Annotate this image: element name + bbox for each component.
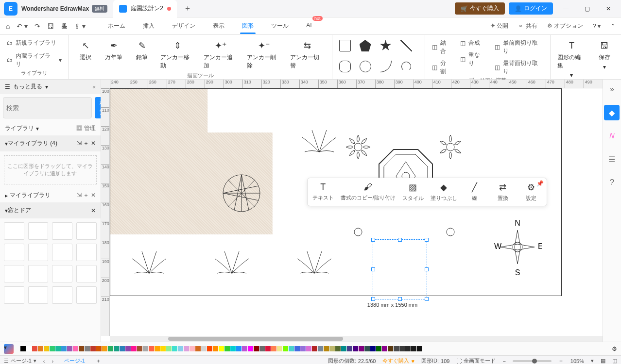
color-swatch[interactable] (73, 346, 78, 351)
color-swatch[interactable] (102, 346, 107, 351)
fit-icon[interactable]: ▾ (591, 358, 594, 364)
shape-item[interactable] (76, 244, 97, 261)
palm-shape[interactable] (295, 249, 334, 283)
buy-now-link[interactable]: 今すぐ購入 ♥ (382, 357, 414, 364)
collapse-ribbon-icon[interactable]: ⌃ (610, 23, 615, 30)
resize-handle[interactable] (425, 297, 429, 301)
save-button[interactable]: 🖫保存▾ (593, 38, 616, 72)
color-swatch[interactable] (353, 346, 358, 351)
next-page-icon[interactable]: › (52, 358, 53, 364)
tab-home[interactable]: ホーム (106, 19, 127, 33)
save-icon[interactable]: 🖫 (47, 22, 54, 30)
color-swatch[interactable] (405, 346, 411, 351)
tab-view[interactable]: 表示 (211, 19, 226, 33)
color-swatch[interactable] (370, 346, 376, 351)
color-swatch[interactable] (335, 346, 341, 351)
shape-item[interactable] (28, 265, 49, 282)
zoom-level[interactable]: 105% (570, 358, 584, 364)
prev-page-icon[interactable]: ‹ (43, 358, 45, 364)
color-swatch[interactable] (79, 346, 84, 351)
add-tab-button[interactable]: ＋ (181, 2, 194, 16)
layout-icon-2[interactable]: ◫ (612, 358, 617, 364)
color-swatch[interactable] (201, 346, 207, 351)
color-swatch[interactable] (26, 346, 32, 351)
color-swatch[interactable] (236, 346, 242, 351)
shape-edit-button[interactable]: T図形の編集▾ (555, 38, 588, 81)
search-button[interactable]: 検索 (95, 97, 101, 118)
flower-shape[interactable] (436, 217, 465, 247)
color-swatch[interactable] (300, 346, 306, 351)
pin-icon[interactable]: 📌 (536, 180, 544, 187)
color-swatch[interactable] (61, 346, 67, 351)
color-swatch[interactable] (155, 346, 160, 351)
ft-style-button[interactable]: ▨スタイル (402, 182, 424, 202)
color-swatch[interactable] (259, 346, 265, 351)
color-swatch[interactable] (184, 346, 189, 351)
mylib-row[interactable]: ▸ マイライブラリ⇲ ＋ ✕ (0, 188, 101, 202)
overlap-button[interactable]: ◫ 重なり (458, 50, 488, 68)
redo-icon[interactable]: ↷ (34, 22, 40, 30)
export-icon[interactable]: ⇪ ▾ (74, 22, 86, 30)
color-swatch[interactable] (90, 346, 96, 351)
collapse-rpanel-icon[interactable]: » (604, 82, 620, 97)
color-swatch[interactable] (55, 346, 61, 351)
print-icon[interactable]: 🖶 (61, 22, 68, 30)
ft-line-button[interactable]: ╱線 (464, 182, 485, 202)
rect-tool-icon[interactable] (339, 40, 351, 51)
color-swatch[interactable] (114, 346, 119, 351)
color-swatch[interactable] (359, 346, 364, 351)
resize-handle[interactable] (371, 267, 375, 271)
palm-shape[interactable] (212, 249, 251, 283)
roundrect-tool-icon[interactable] (339, 61, 351, 72)
color-swatch[interactable] (178, 346, 183, 351)
ft-fill-button[interactable]: ◆塗りつぶし (431, 182, 457, 202)
help-icon[interactable]: ? ▾ (593, 23, 601, 30)
color-swatch[interactable] (341, 346, 346, 351)
palette-settings-icon[interactable]: ⚙ (612, 346, 617, 352)
color-swatch[interactable] (38, 346, 43, 351)
color-swatch[interactable] (219, 346, 224, 351)
login-button[interactable]: 👤 ログイン (509, 2, 553, 15)
canvas[interactable]: NESW 1380 mm x 1550 mm (110, 88, 603, 336)
color-swatch[interactable] (318, 346, 323, 351)
shape-item[interactable] (4, 222, 24, 240)
color-swatch[interactable] (277, 346, 282, 351)
resize-handle[interactable] (425, 267, 429, 271)
flower-shape[interactable] (344, 217, 373, 247)
color-swatch[interactable] (230, 346, 236, 351)
color-swatch[interactable] (324, 346, 329, 351)
mylib-section[interactable]: ▾ マイライブラリ (4)⇲ ＋ ✕ (0, 135, 101, 151)
pen-tool[interactable]: ✒万年筆 (102, 38, 125, 64)
library-row[interactable]: ライブラリ ▾ ☲ 管理 (0, 121, 101, 135)
color-swatch[interactable] (125, 346, 131, 351)
zoom-out-icon[interactable]: − (502, 358, 505, 364)
color-swatch[interactable] (166, 346, 172, 351)
cut-front-button[interactable]: ◫ 最前面切り取り (493, 38, 545, 56)
shape-item[interactable] (52, 286, 72, 304)
document-tab[interactable]: 庭園設計ン2 (113, 0, 177, 17)
color-swatch[interactable] (85, 346, 90, 351)
color-swatch[interactable] (32, 346, 37, 351)
layout-icon[interactable]: ▦ (601, 358, 605, 364)
sidebar-more-button[interactable]: ☰ もっと見る ▾ « (0, 80, 101, 94)
color-swatch[interactable] (399, 346, 405, 351)
color-swatch[interactable] (289, 346, 294, 351)
page-panel-icon[interactable]: ☰ (604, 151, 620, 167)
flower-shape[interactable] (344, 132, 373, 162)
color-swatch[interactable] (50, 346, 55, 351)
color-swatch[interactable] (149, 346, 154, 351)
color-swatch[interactable] (254, 346, 259, 351)
color-swatch[interactable] (44, 346, 49, 351)
anchor-toggle-tool[interactable]: ⇆アンカー切替 (288, 38, 327, 72)
minimize-button[interactable]: — (557, 2, 574, 16)
color-swatch[interactable] (347, 346, 352, 351)
color-swatch[interactable] (364, 346, 370, 351)
color-swatch[interactable] (394, 346, 399, 351)
collapse-sidebar-icon[interactable]: « (92, 83, 96, 90)
ai-panel-icon[interactable]: 𝘕 (604, 128, 620, 144)
ft-text-button[interactable]: Tテキスト (312, 182, 334, 202)
maximize-button[interactable]: ▢ (578, 2, 596, 16)
color-swatch[interactable] (131, 346, 137, 351)
color-swatch[interactable] (294, 346, 300, 351)
tab-shape[interactable]: 図形 (240, 19, 256, 33)
